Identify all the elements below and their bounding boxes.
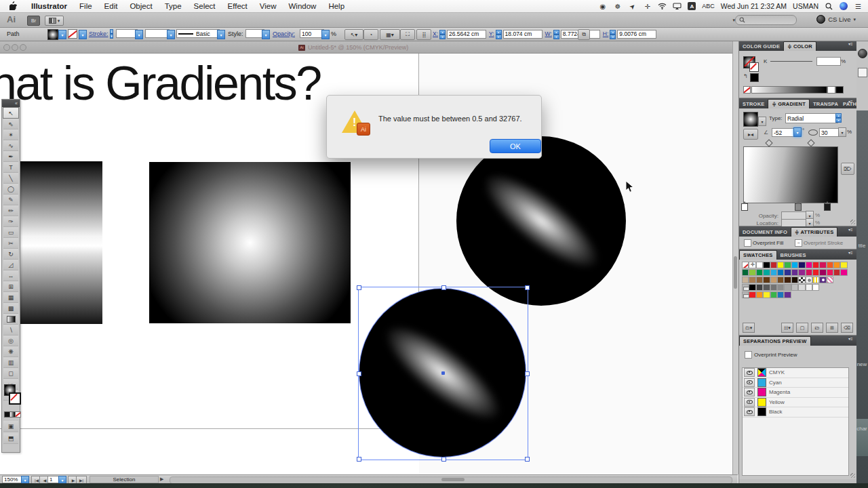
- reference-point-grid[interactable]: ⣿: [416, 29, 431, 40]
- swatch[interactable]: [756, 262, 763, 268]
- tab-separations-preview[interactable]: SEPARATIONS PREVIEW: [739, 336, 811, 346]
- menu-item[interactable]: Object: [123, 2, 158, 10]
- last-color-swatch[interactable]: [750, 73, 759, 82]
- menu-item[interactable]: Type: [159, 2, 188, 10]
- scale-tool[interactable]: ◿: [3, 260, 18, 270]
- visibility-eye-button[interactable]: [744, 368, 755, 377]
- swatch[interactable]: [742, 262, 749, 268]
- menu-item[interactable]: File: [73, 2, 98, 10]
- transform-field-input[interactable]: 9.0076 cm: [617, 30, 656, 39]
- window-minimize-button[interactable]: [12, 44, 18, 51]
- swatch[interactable]: [763, 269, 770, 276]
- swatch[interactable]: [806, 269, 812, 276]
- gradient-stop-gray[interactable]: [795, 203, 802, 211]
- tab-brushes[interactable]: BRUSHES: [777, 251, 810, 260]
- swatch[interactable]: [770, 291, 777, 298]
- gradient-circle-top[interactable]: [456, 136, 626, 306]
- swatch[interactable]: [770, 269, 777, 276]
- gradient-angle-field[interactable]: -52: [772, 128, 796, 137]
- swatch[interactable]: [756, 291, 763, 298]
- transform-field-input[interactable]: 18.074 cm: [503, 30, 542, 39]
- swatch[interactable]: [798, 277, 805, 283]
- gradient-midpoint-1[interactable]: [765, 139, 772, 146]
- line-segment-tool[interactable]: ╲: [3, 173, 18, 184]
- swatch[interactable]: [812, 262, 819, 268]
- visibility-eye-button[interactable]: [744, 378, 755, 387]
- swatch-kinds-button[interactable]: ☷▾: [781, 323, 793, 333]
- column-graph-tool[interactable]: ▥: [3, 357, 18, 368]
- gradient-angle-dropdown[interactable]: [793, 127, 802, 137]
- separation-plate-row[interactable]: CMYK: [743, 368, 848, 378]
- panel-menu-icon[interactable]: [848, 229, 855, 234]
- ok-button[interactable]: OK: [490, 139, 541, 153]
- style-dropdown[interactable]: [262, 30, 270, 39]
- swatch[interactable]: [784, 277, 791, 283]
- swatch[interactable]: [749, 284, 755, 291]
- siri-icon[interactable]: [840, 2, 848, 10]
- swatch[interactable]: [749, 269, 755, 276]
- gradient-preset-dropdown[interactable]: [758, 117, 766, 126]
- selection-handle-sw[interactable]: [357, 457, 361, 462]
- swatch[interactable]: [770, 262, 777, 268]
- swatch[interactable]: [812, 277, 819, 283]
- panel-resize-handle[interactable]: [850, 473, 855, 478]
- screen-mode-button[interactable]: ⬒: [3, 433, 18, 444]
- menu-item[interactable]: Help: [322, 2, 351, 10]
- gradient-thumbnail[interactable]: [743, 112, 758, 127]
- swatch[interactable]: [806, 277, 812, 283]
- swatch[interactable]: [791, 284, 798, 291]
- blend-tool[interactable]: ◎: [3, 336, 18, 346]
- opacity-dropdown[interactable]: [321, 30, 330, 39]
- selection-center-point[interactable]: [441, 371, 445, 375]
- gradient-type-select[interactable]: Radial: [785, 113, 838, 123]
- gradient-ramp[interactable]: [743, 146, 838, 203]
- selection-handle-ne[interactable]: [525, 285, 530, 290]
- cs-live-button[interactable]: CS Live ▾: [816, 15, 856, 24]
- new-color-group-button[interactable]: 🗁: [811, 323, 823, 333]
- black-quick-swatch[interactable]: [835, 86, 844, 94]
- swatch[interactable]: [806, 284, 812, 291]
- panel-resize-handle[interactable]: [850, 220, 855, 224]
- transform-field-stepper[interactable]: ▴▾: [553, 30, 559, 39]
- swatch[interactable]: [749, 277, 755, 283]
- transform-field-input[interactable]: 26.5642 cm: [447, 30, 486, 39]
- swatch[interactable]: [749, 262, 755, 268]
- visibility-eye-button[interactable]: [744, 398, 755, 407]
- swatch[interactable]: [812, 284, 819, 291]
- swatch[interactable]: [756, 284, 763, 291]
- brush-definition-field[interactable]: Basic: [176, 29, 220, 38]
- overprint-stroke-checkbox[interactable]: −: [795, 239, 802, 247]
- isolate-button[interactable]: ⛶: [400, 29, 415, 40]
- gradient-stop-white[interactable]: [741, 203, 748, 211]
- kuler-panel-icon[interactable]: [858, 49, 867, 58]
- width-tool[interactable]: ↔: [3, 270, 18, 281]
- document-tab[interactable]: Ai Untitled-5* @ 150% (CMYK/Preview): [298, 42, 408, 53]
- separation-plate-row[interactable]: Cyan: [743, 378, 848, 388]
- spotlight-icon[interactable]: [825, 2, 833, 11]
- radial-gradient-square[interactable]: [149, 162, 351, 323]
- fan-control-icon[interactable]: ☸: [613, 2, 622, 11]
- input-source-label[interactable]: ABC: [702, 3, 715, 9]
- separation-plate-row[interactable]: Black: [743, 407, 848, 418]
- swatch[interactable]: [770, 284, 777, 291]
- delete-swatch-button[interactable]: ⌫: [841, 323, 853, 333]
- stroke-weight-label[interactable]: Stroke:: [89, 27, 108, 41]
- k-value-field[interactable]: [816, 57, 841, 66]
- status-flyout-icon[interactable]: ▶: [160, 476, 163, 482]
- selection-handle-s[interactable]: [441, 457, 446, 462]
- type-tool[interactable]: T: [3, 162, 18, 173]
- swatch-libraries-button[interactable]: 🗀▾: [743, 323, 755, 333]
- stroke-swatch[interactable]: [68, 29, 77, 39]
- notification-center-icon[interactable]: ☰: [854, 2, 863, 11]
- swatch[interactable]: [763, 291, 770, 298]
- tab-gradient[interactable]: ≑ GRADIENT: [768, 99, 810, 108]
- swatch[interactable]: [784, 291, 791, 298]
- tab-color[interactable]: ≑ COLOR: [783, 41, 816, 51]
- transform-field-label[interactable]: H:: [603, 30, 609, 37]
- swatch[interactable]: [763, 277, 770, 283]
- swatch[interactable]: [791, 277, 798, 283]
- swatch[interactable]: [798, 284, 805, 291]
- window-close-button[interactable]: [3, 44, 10, 51]
- aspect-ratio-dropdown[interactable]: [838, 127, 846, 137]
- tab-color-guide[interactable]: COLOR GUIDE: [739, 42, 783, 51]
